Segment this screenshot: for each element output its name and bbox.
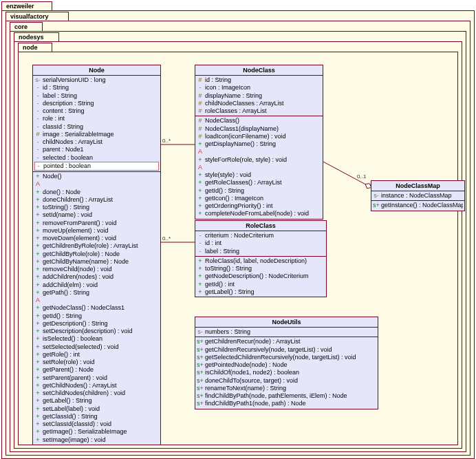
member-row: s+findChildByPath1(node, path) : Node <box>197 400 376 407</box>
member-signature: getPointedNode(node) : Node <box>204 361 288 369</box>
member-signature: id : int <box>204 239 221 247</box>
visibility-marker: + <box>197 257 204 265</box>
visibility-marker: + <box>34 382 41 389</box>
visibility-marker: # <box>197 125 204 133</box>
member-row: +getChildByName(name) : Node <box>34 258 159 266</box>
member-signature: removeChild(node) : void <box>41 266 112 273</box>
visibility-marker: + <box>34 204 41 211</box>
member-row: s+getInstance() : NodeClassMap <box>373 202 463 209</box>
visibility-marker: s- <box>373 192 380 200</box>
member-signature: setImage(image) : void <box>41 436 106 444</box>
member-row: #roleClasses : ArrayList <box>197 107 321 115</box>
member-signature: getClassId() : String <box>41 413 98 420</box>
visibility-marker: + <box>34 328 41 335</box>
member-signature: criterium : NodeCriterium <box>204 232 274 239</box>
visibility-marker: + <box>197 281 204 288</box>
member-signature: getPath() : String <box>41 289 89 297</box>
class-nodeutils[interactable]: NodeUtils s-numbers : String s+getChildr… <box>195 317 378 409</box>
member-signature: loadIcon(iconFilename) : void <box>204 133 286 140</box>
member-row: +setChildNodes(children) : void <box>34 389 159 397</box>
ops-section: #NodeClass()#NodeClass1(displayName)#loa… <box>195 116 323 218</box>
member-row: +getChildNodes() : ArrayList <box>34 382 159 389</box>
visibility-marker: s- <box>197 328 204 336</box>
member-row: -parent : Node1 <box>34 146 159 153</box>
member-row: +getDescription() : String <box>34 320 159 328</box>
member-row: -selected : boolean <box>34 154 159 162</box>
member-signature: parent : Node1 <box>41 146 84 153</box>
visibility-marker: # <box>197 92 204 100</box>
visibility-marker: + <box>197 202 204 210</box>
member-signature: childNodeClasses : ArrayList <box>204 100 284 107</box>
visibility-marker: + <box>34 220 41 227</box>
member-row: +getChildrenByRole(role) : ArrayList <box>34 242 159 250</box>
member-row: +setLabel(label) : void <box>34 405 159 413</box>
visibility-marker: s+ <box>373 202 380 209</box>
visibility-marker: - <box>34 138 41 146</box>
visibility-marker: + <box>197 265 204 273</box>
visibility-marker: + <box>34 250 41 258</box>
visibility-marker: + <box>34 312 41 320</box>
visibility-marker: + <box>34 428 41 436</box>
member-signature: setSelected(selected) : void <box>41 343 119 351</box>
member-signature <box>41 180 43 188</box>
member-signature: NodeClass() <box>204 117 239 125</box>
member-row: -pointed : boolean <box>34 162 159 171</box>
visibility-marker: s- <box>34 76 41 84</box>
member-row: +removeChild(node) : void <box>34 266 159 273</box>
member-signature: roleClasses : ArrayList <box>204 107 267 115</box>
class-name: NodeUtils <box>195 317 378 328</box>
member-signature: getOrderingPriority() : int <box>204 202 273 210</box>
class-roleclass[interactable]: RoleClass -criterium : NodeCriterium-id … <box>195 220 327 297</box>
visibility-marker: + <box>34 405 41 413</box>
member-row: +setDescription(description) : void <box>34 328 159 335</box>
member-signature: pointed : boolean <box>42 162 91 170</box>
member-signature: getChildrenByRole(role) : ArrayList <box>41 242 138 250</box>
pkg-tab-node: node <box>18 43 52 52</box>
member-signature: id : String <box>204 76 231 84</box>
class-nodeclassmap[interactable]: NodeClassMap s-instance : NodeClassMap s… <box>371 180 465 211</box>
member-signature: completeNodeFromLabel(node) : void <box>204 210 309 217</box>
member-signature: instance : NodeClassMap <box>380 192 452 200</box>
member-signature: toString() : String <box>204 265 252 273</box>
member-row: +done() : Node <box>34 189 159 196</box>
visibility-marker: + <box>34 304 41 312</box>
visibility-marker: + <box>34 258 41 266</box>
visibility-marker: + <box>197 210 204 217</box>
member-signature: getId() : int <box>204 281 235 288</box>
member-row: +getId() : int <box>197 281 325 288</box>
member-signature: description : String <box>41 100 94 107</box>
member-row: +getPath() : String <box>34 289 159 297</box>
visibility-marker: # <box>197 133 204 140</box>
visibility-marker: A <box>34 297 41 304</box>
pkg-label: enzweiler <box>6 3 34 10</box>
member-signature: removeFromParent() : void <box>41 220 117 227</box>
member-signature: getIcon() : ImageIcon <box>204 195 263 202</box>
visibility-marker: s+ <box>197 361 204 369</box>
member-signature: moveUp(element) : void <box>41 227 109 235</box>
member-row: +addChild(elm) : void <box>34 281 159 289</box>
pkg-tab-visualfactory: visualfactory <box>6 12 69 21</box>
visibility-marker: + <box>197 273 204 280</box>
attrs-section: #id : String-icon : ImageIcon#displayNam… <box>195 76 323 116</box>
pkg-tab-core: core <box>10 22 43 32</box>
member-signature: NodeClass1(displayName) <box>204 125 279 133</box>
visibility-marker: # <box>197 107 204 115</box>
pkg-label: node <box>23 44 38 51</box>
member-row: A <box>197 148 321 156</box>
member-signature: content : String <box>41 107 85 115</box>
member-row: #id : String <box>197 76 321 84</box>
member-row: +removeFromParent() : void <box>34 220 159 227</box>
member-row: s+renameToNext(name) : String <box>197 385 376 392</box>
member-signature: getChildrenRecursively(node, targetList)… <box>204 346 332 354</box>
member-row: -icon : ImageIcon <box>197 84 321 92</box>
member-signature: getRole() : int <box>41 351 80 359</box>
class-nodeclass[interactable]: NodeClass #id : String-icon : ImageIcon#… <box>195 65 323 220</box>
member-row: +getLabel() : String <box>197 288 325 296</box>
member-row: +toString() : String <box>34 204 159 211</box>
member-row: +doneChildren() : ArrayList <box>34 196 159 204</box>
visibility-marker: + <box>34 289 41 297</box>
visibility-marker: s+ <box>197 338 204 345</box>
member-signature: id : String <box>41 84 69 92</box>
class-node[interactable]: Node s-serialVersionUID : long-id : Stri… <box>32 65 161 445</box>
member-row: #NodeClass1(displayName) <box>197 125 321 133</box>
